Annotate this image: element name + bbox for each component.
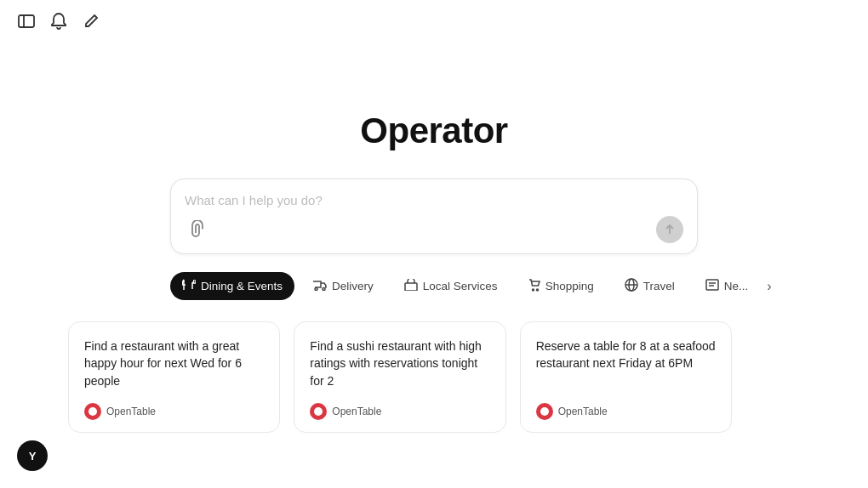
opentable-logo-2: [310, 403, 327, 420]
category-shopping[interactable]: Shopping: [517, 272, 606, 301]
user-avatar[interactable]: Y: [17, 440, 48, 471]
send-button[interactable]: [656, 216, 683, 243]
card-3-brand: OpenTable: [558, 406, 608, 417]
opentable-logo-inner-3: [540, 407, 549, 416]
travel-icon: [625, 278, 638, 294]
svg-rect-5: [405, 283, 417, 291]
news-icon: [705, 279, 719, 293]
search-input[interactable]: [185, 193, 683, 207]
more-categories-button[interactable]: ›: [767, 275, 771, 298]
category-local[interactable]: Local Services: [392, 272, 510, 300]
opentable-logo-1: [84, 403, 101, 420]
opentable-logo-inner-1: [89, 407, 97, 416]
dining-label: Dining & Events: [201, 280, 283, 292]
compose-icon[interactable]: [82, 12, 100, 31]
svg-point-6: [532, 289, 534, 291]
page-title: Operator: [360, 111, 507, 151]
suggestion-cards: Find a restaurant with a great happy hou…: [68, 321, 732, 433]
delivery-label: Delivery: [332, 280, 374, 292]
news-label: Ne...: [724, 280, 749, 292]
opentable-logo-inner-2: [314, 407, 323, 416]
suggestion-card-3[interactable]: Reserve a table for 8 at a seafood resta…: [520, 321, 732, 433]
card-3-footer: OpenTable: [536, 403, 716, 420]
suggestion-card-2[interactable]: Find a sushi restaurant with high rating…: [294, 321, 505, 433]
card-1-footer: OpenTable: [84, 403, 264, 420]
svg-rect-11: [706, 280, 718, 290]
local-icon: [404, 279, 418, 293]
card-1-brand: OpenTable: [106, 406, 156, 417]
card-3-text: Reserve a table for 8 at a seafood resta…: [536, 338, 716, 389]
dining-icon: [182, 279, 196, 293]
card-2-footer: OpenTable: [310, 403, 489, 420]
category-pills: Dining & Events Delivery Local Services: [170, 271, 698, 301]
delivery-icon: [313, 280, 327, 293]
attach-icon[interactable]: [185, 218, 208, 241]
svg-rect-0: [19, 15, 34, 27]
svg-point-4: [323, 287, 325, 290]
opentable-logo-3: [536, 403, 553, 420]
category-travel[interactable]: Travel: [613, 271, 687, 301]
shopping-label: Shopping: [545, 280, 594, 292]
svg-point-3: [315, 287, 317, 290]
search-actions: [185, 216, 683, 243]
toolbar: [0, 0, 117, 43]
bell-icon[interactable]: [49, 12, 68, 31]
local-label: Local Services: [423, 280, 498, 292]
svg-point-7: [536, 289, 538, 291]
card-2-brand: OpenTable: [332, 406, 381, 417]
card-1-text: Find a restaurant with a great happy hou…: [84, 338, 264, 389]
travel-label: Travel: [643, 280, 675, 292]
shopping-icon: [528, 279, 540, 294]
category-delivery[interactable]: Delivery: [301, 273, 385, 300]
search-box: [170, 179, 698, 254]
main-content: Operator Dining &: [0, 0, 868, 433]
category-dining[interactable]: Dining & Events: [170, 272, 294, 300]
suggestion-card-1[interactable]: Find a restaurant with a great happy hou…: [68, 321, 280, 433]
card-2-text: Find a sushi restaurant with high rating…: [310, 338, 489, 389]
category-news[interactable]: Ne...: [694, 272, 761, 300]
sidebar-toggle-icon[interactable]: [17, 12, 36, 31]
